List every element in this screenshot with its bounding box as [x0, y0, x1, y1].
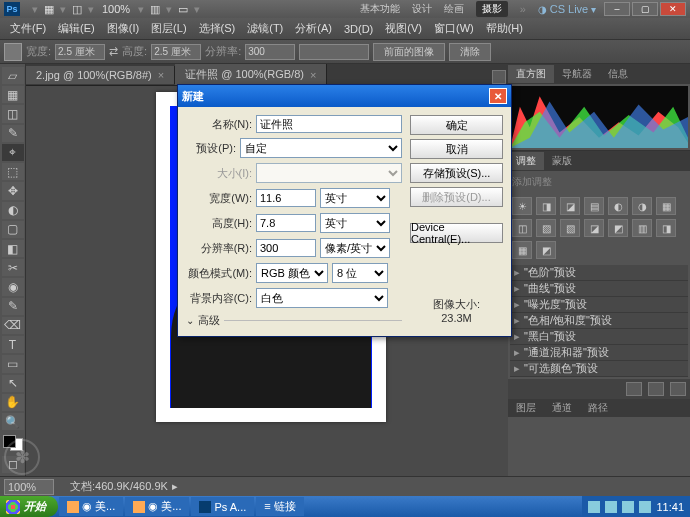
taskbar-item[interactable]: Ps A...	[191, 497, 254, 516]
eraser-tool[interactable]: ✂	[2, 259, 24, 276]
doc-tab[interactable]: 2.jpg @ 100%(RGB/8#)×	[26, 66, 175, 84]
zoom-tool[interactable]: 🔍	[2, 413, 24, 430]
width-input[interactable]	[55, 44, 105, 60]
channels-tab[interactable]: 通道	[544, 399, 580, 417]
height-input[interactable]	[151, 44, 201, 60]
taskbar-item[interactable]: ≡ 链接	[256, 497, 303, 516]
screen-icon[interactable]: ▭	[178, 3, 188, 16]
adj-icon[interactable]: ◪	[584, 219, 604, 237]
tray-icon[interactable]	[639, 501, 651, 513]
panel-foot-icon[interactable]	[648, 382, 664, 396]
adjustments-tab[interactable]: 调整	[508, 152, 544, 170]
crop-tool[interactable]: ⌖	[2, 144, 24, 161]
resolution-unit[interactable]	[299, 44, 369, 60]
status-zoom[interactable]: 100%	[4, 479, 54, 495]
preset-select[interactable]: 自定	[240, 138, 402, 158]
preset-item[interactable]: ▸"曲线"预设	[510, 281, 688, 297]
tray-icon[interactable]	[622, 501, 634, 513]
dialog-close-button[interactable]: ✕	[489, 88, 507, 104]
mb-icon[interactable]: ◫	[72, 3, 82, 16]
preset-item[interactable]: ▸"黑白"预设	[510, 329, 688, 345]
clear-button[interactable]: 清除	[449, 43, 491, 61]
ok-button[interactable]: 确定	[410, 115, 503, 135]
menu-analysis[interactable]: 分析(A)	[289, 19, 338, 38]
minimize-button[interactable]: –	[604, 2, 630, 16]
path-tool[interactable]: ▭	[2, 355, 24, 372]
taskbar-item[interactable]: ◉ 美...	[59, 497, 123, 516]
preset-item[interactable]: ▸"色相/饱和度"预设	[510, 313, 688, 329]
stamp-tool[interactable]: ▢	[2, 221, 24, 238]
preset-item[interactable]: ▸"曝光度"预设	[510, 297, 688, 313]
dock-icon[interactable]	[492, 70, 506, 84]
menu-layer[interactable]: 图层(L)	[145, 19, 192, 38]
adj-icon[interactable]: ☀	[512, 197, 532, 215]
brush-tool[interactable]: ◐	[2, 202, 24, 219]
resolution-input[interactable]	[245, 44, 295, 60]
adj-icon[interactable]: ◨	[656, 219, 676, 237]
info-tab[interactable]: 信息	[600, 65, 636, 83]
doc-zoom[interactable]: 100%	[102, 3, 130, 15]
dlg-res-input[interactable]	[256, 239, 316, 257]
workspace-link[interactable]: 基本功能	[360, 2, 400, 16]
taskbar-item[interactable]: ◉ 美...	[125, 497, 189, 516]
adj-icon[interactable]: ◨	[536, 197, 556, 215]
histogram-tab[interactable]: 直方图	[508, 65, 554, 83]
blur-tool[interactable]: ✎	[2, 298, 24, 315]
adj-icon[interactable]: ▦	[512, 241, 532, 259]
hand-tool[interactable]: ✋	[2, 394, 24, 411]
depth-select[interactable]: 8 位	[332, 263, 388, 283]
docinfo-dropdown-icon[interactable]: ▸	[172, 480, 178, 493]
adj-icon[interactable]: ◫	[512, 219, 532, 237]
close-button[interactable]: ✕	[660, 2, 686, 16]
adj-icon[interactable]: ◑	[632, 197, 652, 215]
preset-item[interactable]: ▸"色阶"预设	[510, 265, 688, 281]
adj-icon[interactable]: ▤	[584, 197, 604, 215]
adj-icon[interactable]: ◪	[560, 197, 580, 215]
res-unit-select[interactable]: 像素/英寸	[320, 238, 390, 258]
menu-view[interactable]: 视图(V)	[379, 19, 428, 38]
history-brush-tool[interactable]: ◧	[2, 240, 24, 257]
preset-item[interactable]: ▸"可选颜色"预设	[510, 361, 688, 377]
panel-foot-icon[interactable]	[626, 382, 642, 396]
front-image-button[interactable]: 前面的图像	[373, 43, 445, 61]
eyedropper-tool[interactable]: ⬚	[2, 163, 24, 180]
menu-3d[interactable]: 3D(D)	[338, 21, 379, 37]
lasso-tool[interactable]: ◫	[2, 105, 24, 122]
shape-tool[interactable]: ↖	[2, 375, 24, 392]
start-button[interactable]: 开始	[0, 496, 58, 517]
paths-tab[interactable]: 路径	[580, 399, 616, 417]
dialog-titlebar[interactable]: 新建 ✕	[178, 85, 511, 107]
gradient-tool[interactable]: ◉	[2, 278, 24, 295]
crop-tool-icon[interactable]	[4, 43, 22, 61]
tray-icon[interactable]	[605, 501, 617, 513]
type-tool[interactable]: T	[2, 336, 24, 353]
adj-icon[interactable]: ▨	[536, 219, 556, 237]
menu-image[interactable]: 图像(I)	[101, 19, 145, 38]
marquee-tool[interactable]: ▦	[2, 86, 24, 103]
move-tool[interactable]: ▱	[2, 67, 24, 84]
menu-help[interactable]: 帮助(H)	[480, 19, 529, 38]
dlg-height-input[interactable]	[256, 214, 316, 232]
menu-window[interactable]: 窗口(W)	[428, 19, 480, 38]
tab-close-icon[interactable]: ×	[310, 69, 316, 81]
tab-close-icon[interactable]: ×	[158, 69, 164, 81]
doc-tab[interactable]: 证件照 @ 100%(RGB/8)×	[175, 64, 327, 85]
menu-edit[interactable]: 编辑(E)	[52, 19, 101, 38]
preset-item[interactable]: ▸"通道混和器"预设	[510, 345, 688, 361]
layers-tab[interactable]: 图层	[508, 399, 544, 417]
cancel-button[interactable]: 取消	[410, 139, 503, 159]
advanced-toggle[interactable]: ⌄ 高级	[186, 313, 402, 328]
adj-icon[interactable]: ▦	[656, 197, 676, 215]
mode-select[interactable]: RGB 颜色	[256, 263, 328, 283]
width-unit-select[interactable]: 英寸	[320, 188, 390, 208]
menu-file[interactable]: 文件(F)	[4, 19, 52, 38]
bg-select[interactable]: 白色	[256, 288, 388, 308]
view-icon[interactable]: ▥	[150, 3, 160, 16]
device-central-button[interactable]: Device Central(E)...	[410, 223, 503, 243]
save-preset-button[interactable]: 存储预设(S)...	[410, 163, 503, 183]
bridge-icon[interactable]: ▦	[44, 3, 54, 16]
menu-select[interactable]: 选择(S)	[193, 19, 242, 38]
maximize-button[interactable]: ▢	[632, 2, 658, 16]
trash-icon[interactable]	[670, 382, 686, 396]
workspace-link-active[interactable]: 摄影	[476, 1, 508, 17]
